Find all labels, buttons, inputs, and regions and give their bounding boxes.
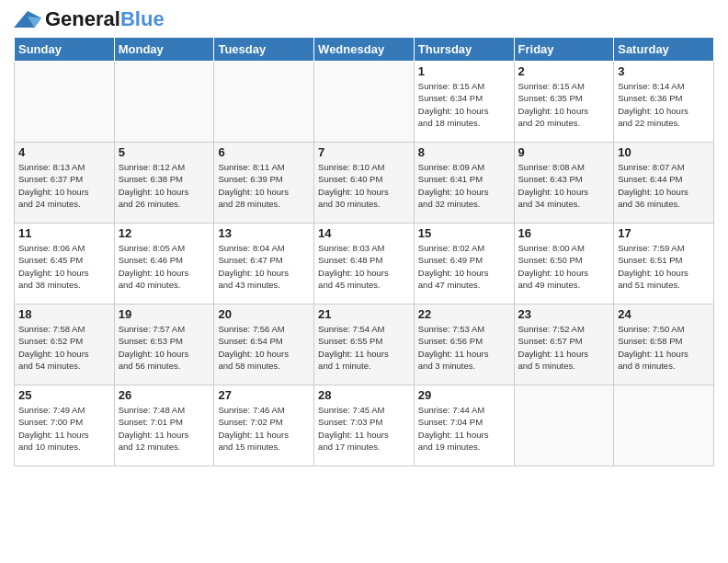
calendar-cell: 26Sunrise: 7:48 AMSunset: 7:01 PMDayligh… <box>114 385 214 466</box>
day-info: Sunrise: 8:02 AMSunset: 6:49 PMDaylight:… <box>418 242 510 291</box>
calendar-cell <box>214 62 314 143</box>
day-number: 20 <box>218 307 310 321</box>
day-number: 27 <box>218 388 310 402</box>
calendar-cell: 15Sunrise: 8:02 AMSunset: 6:49 PMDayligh… <box>414 224 514 304</box>
day-info: Sunrise: 7:53 AMSunset: 6:56 PMDaylight:… <box>418 323 510 372</box>
day-info: Sunrise: 8:14 AMSunset: 6:36 PMDaylight:… <box>618 80 710 129</box>
day-info: Sunrise: 8:05 AMSunset: 6:46 PMDaylight:… <box>119 242 210 291</box>
calendar-cell: 23Sunrise: 7:52 AMSunset: 6:57 PMDayligh… <box>514 304 614 385</box>
day-number: 8 <box>418 145 510 159</box>
calendar-cell: 24Sunrise: 7:50 AMSunset: 6:58 PMDayligh… <box>614 304 714 385</box>
calendar-cell: 27Sunrise: 7:46 AMSunset: 7:02 PMDayligh… <box>214 385 314 466</box>
calendar-cell: 17Sunrise: 7:59 AMSunset: 6:51 PMDayligh… <box>614 224 714 304</box>
day-info: Sunrise: 7:57 AMSunset: 6:53 PMDaylight:… <box>119 323 210 372</box>
day-number: 9 <box>518 145 610 159</box>
calendar-cell: 1Sunrise: 8:15 AMSunset: 6:34 PMDaylight… <box>414 62 514 143</box>
logo-general: General <box>45 7 120 30</box>
calendar-cell: 20Sunrise: 7:56 AMSunset: 6:54 PMDayligh… <box>214 304 314 385</box>
calendar-cell: 10Sunrise: 8:07 AMSunset: 6:44 PMDayligh… <box>614 143 714 224</box>
calendar-cell <box>514 385 614 466</box>
calendar-cell: 7Sunrise: 8:10 AMSunset: 6:40 PMDaylight… <box>314 143 415 224</box>
day-info: Sunrise: 8:03 AMSunset: 6:48 PMDaylight:… <box>318 242 410 291</box>
day-number: 5 <box>119 145 210 159</box>
day-info: Sunrise: 8:09 AMSunset: 6:41 PMDaylight:… <box>418 161 510 210</box>
weekday-header-friday: Friday <box>514 38 614 62</box>
day-info: Sunrise: 8:12 AMSunset: 6:38 PMDaylight:… <box>119 161 210 210</box>
day-info: Sunrise: 8:15 AMSunset: 6:35 PMDaylight:… <box>518 80 610 129</box>
page-container: GeneralBlue SundayMondayTuesdayWednesday… <box>0 0 728 563</box>
day-number: 12 <box>119 226 210 240</box>
day-number: 17 <box>618 226 710 240</box>
day-info: Sunrise: 8:08 AMSunset: 6:43 PMDaylight:… <box>518 161 610 210</box>
calendar-cell: 29Sunrise: 7:44 AMSunset: 7:04 PMDayligh… <box>414 385 514 466</box>
day-number: 28 <box>318 388 410 402</box>
weekday-header-tuesday: Tuesday <box>214 38 314 62</box>
day-number: 11 <box>18 226 110 240</box>
calendar-cell: 5Sunrise: 8:12 AMSunset: 6:38 PMDaylight… <box>114 143 214 224</box>
day-info: Sunrise: 8:13 AMSunset: 6:37 PMDaylight:… <box>18 161 110 210</box>
calendar-cell: 6Sunrise: 8:11 AMSunset: 6:39 PMDaylight… <box>214 143 314 224</box>
day-number: 29 <box>418 388 510 402</box>
week-row-3: 11Sunrise: 8:06 AMSunset: 6:45 PMDayligh… <box>15 224 714 304</box>
day-info: Sunrise: 8:04 AMSunset: 6:47 PMDaylight:… <box>218 242 310 291</box>
day-info: Sunrise: 7:46 AMSunset: 7:02 PMDaylight:… <box>218 404 310 453</box>
day-info: Sunrise: 7:50 AMSunset: 6:58 PMDaylight:… <box>618 323 710 372</box>
weekday-header-monday: Monday <box>114 38 214 62</box>
calendar-cell <box>314 62 415 143</box>
day-number: 25 <box>18 388 110 402</box>
day-number: 21 <box>318 307 410 321</box>
day-number: 16 <box>518 226 610 240</box>
weekday-header-row: SundayMondayTuesdayWednesdayThursdayFrid… <box>15 38 714 62</box>
week-row-2: 4Sunrise: 8:13 AMSunset: 6:37 PMDaylight… <box>15 143 714 224</box>
day-info: Sunrise: 7:54 AMSunset: 6:55 PMDaylight:… <box>318 323 410 372</box>
calendar: SundayMondayTuesdayWednesdayThursdayFrid… <box>14 37 714 466</box>
day-number: 24 <box>618 307 710 321</box>
calendar-cell: 3Sunrise: 8:14 AMSunset: 6:36 PMDaylight… <box>614 62 714 143</box>
calendar-cell <box>614 385 714 466</box>
week-row-5: 25Sunrise: 7:49 AMSunset: 7:00 PMDayligh… <box>15 385 714 466</box>
calendar-cell: 14Sunrise: 8:03 AMSunset: 6:48 PMDayligh… <box>314 224 415 304</box>
logo: GeneralBlue <box>14 9 165 29</box>
calendar-cell: 22Sunrise: 7:53 AMSunset: 6:56 PMDayligh… <box>414 304 514 385</box>
day-info: Sunrise: 8:11 AMSunset: 6:39 PMDaylight:… <box>218 161 310 210</box>
calendar-cell <box>114 62 214 143</box>
day-number: 22 <box>418 307 510 321</box>
day-info: Sunrise: 7:45 AMSunset: 7:03 PMDaylight:… <box>318 404 410 453</box>
logo-blue: Blue <box>120 7 165 30</box>
day-info: Sunrise: 7:58 AMSunset: 6:52 PMDaylight:… <box>18 323 110 372</box>
day-info: Sunrise: 7:49 AMSunset: 7:00 PMDaylight:… <box>18 404 110 453</box>
calendar-cell: 12Sunrise: 8:05 AMSunset: 6:46 PMDayligh… <box>114 224 214 304</box>
calendar-cell: 18Sunrise: 7:58 AMSunset: 6:52 PMDayligh… <box>15 304 115 385</box>
day-info: Sunrise: 8:00 AMSunset: 6:50 PMDaylight:… <box>518 242 610 291</box>
day-number: 10 <box>618 145 710 159</box>
week-row-1: 1Sunrise: 8:15 AMSunset: 6:34 PMDaylight… <box>15 62 714 143</box>
day-info: Sunrise: 7:48 AMSunset: 7:01 PMDaylight:… <box>119 404 210 453</box>
day-number: 1 <box>418 64 510 78</box>
day-info: Sunrise: 8:06 AMSunset: 6:45 PMDaylight:… <box>18 242 110 291</box>
calendar-cell <box>15 62 115 143</box>
calendar-cell: 4Sunrise: 8:13 AMSunset: 6:37 PMDaylight… <box>15 143 115 224</box>
day-info: Sunrise: 7:56 AMSunset: 6:54 PMDaylight:… <box>218 323 310 372</box>
day-number: 23 <box>518 307 610 321</box>
day-number: 14 <box>318 226 410 240</box>
day-info: Sunrise: 8:07 AMSunset: 6:44 PMDaylight:… <box>618 161 710 210</box>
calendar-cell: 9Sunrise: 8:08 AMSunset: 6:43 PMDaylight… <box>514 143 614 224</box>
calendar-cell: 8Sunrise: 8:09 AMSunset: 6:41 PMDaylight… <box>414 143 514 224</box>
calendar-cell: 11Sunrise: 8:06 AMSunset: 6:45 PMDayligh… <box>15 224 115 304</box>
day-info: Sunrise: 7:59 AMSunset: 6:51 PMDaylight:… <box>618 242 710 291</box>
day-number: 2 <box>518 64 610 78</box>
calendar-cell: 19Sunrise: 7:57 AMSunset: 6:53 PMDayligh… <box>114 304 214 385</box>
weekday-header-sunday: Sunday <box>15 38 115 62</box>
day-number: 15 <box>418 226 510 240</box>
day-number: 19 <box>119 307 210 321</box>
week-row-4: 18Sunrise: 7:58 AMSunset: 6:52 PMDayligh… <box>15 304 714 385</box>
day-info: Sunrise: 8:15 AMSunset: 6:34 PMDaylight:… <box>418 80 510 129</box>
calendar-cell: 13Sunrise: 8:04 AMSunset: 6:47 PMDayligh… <box>214 224 314 304</box>
weekday-header-wednesday: Wednesday <box>314 38 415 62</box>
calendar-cell: 2Sunrise: 8:15 AMSunset: 6:35 PMDaylight… <box>514 62 614 143</box>
weekday-header-saturday: Saturday <box>614 38 714 62</box>
header: GeneralBlue <box>14 9 714 29</box>
logo-icon <box>14 11 41 28</box>
logo-text: GeneralBlue <box>45 9 165 29</box>
day-number: 4 <box>18 145 110 159</box>
